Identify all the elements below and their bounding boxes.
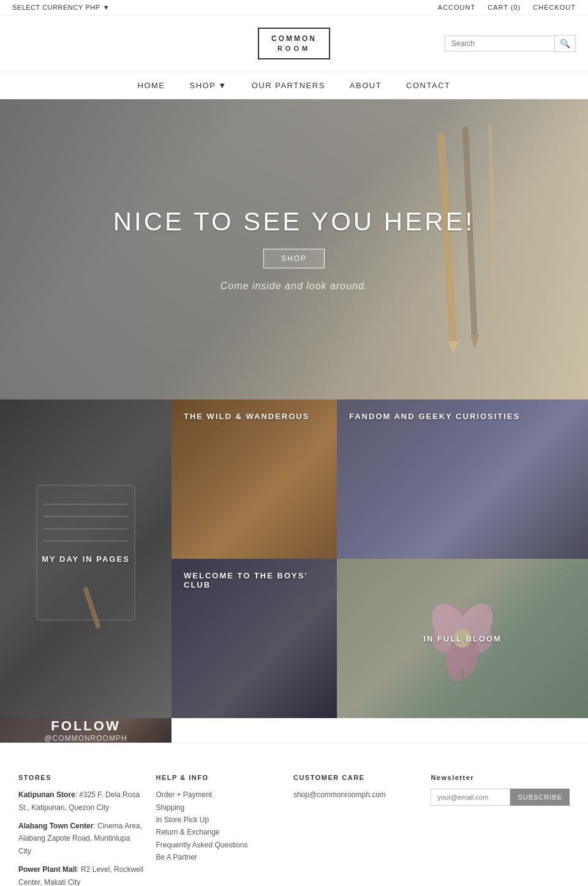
nav-partners[interactable]: OUR PARTNERS — [252, 81, 325, 90]
footer-newsletter: Newsletter SUBSCRIBE — [431, 774, 570, 886]
grid-item-fandom[interactable]: FANDOM AND GEEKY CURIOSITIES — [337, 399, 588, 559]
footer-columns: STORES Katipunan Store: #325 F. Dela Ros… — [0, 743, 588, 886]
grid-label-bloom: IN FULL BLOOM — [423, 634, 502, 643]
hero-content: NICE TO SEE YOU HERE! SHOP Come inside a… — [113, 207, 475, 292]
logo-line2: ROOM — [271, 44, 317, 53]
svg-rect-10 — [43, 540, 129, 542]
currency-label: SELECT CURRENCY — [12, 4, 83, 11]
grid-item-boys[interactable]: WELCOME TO THE BOYS' CLUB — [172, 559, 337, 718]
svg-line-4 — [490, 124, 495, 308]
grid-label-pages: MY DAY IN PAGES — [42, 555, 130, 564]
store3: Power Plant Mall: R2 Level, Rockwell Cen… — [18, 863, 143, 886]
newsletter-input[interactable] — [431, 789, 510, 806]
header: COMMON ROOM 🔍 — [0, 15, 588, 72]
top-bar-right: ACCOUNT CART (0) CHECKOUT — [438, 4, 576, 11]
hero-section: NICE TO SEE YOU HERE! SHOP Come inside a… — [0, 99, 588, 399]
category-grid: THE WILD & WANDEROUS MY DAY IN PAGES FAN… — [0, 399, 588, 743]
care-heading: CUSTOMER CARE — [293, 774, 418, 781]
grid-label-fandom: FANDOM AND GEEKY CURIOSITIES — [349, 412, 520, 421]
cart-link[interactable]: CART (0) — [488, 4, 521, 11]
nav-about[interactable]: ABOUT — [350, 81, 382, 90]
help-link-pickup[interactable]: In Store Pick Up — [156, 814, 281, 826]
newsletter-button[interactable]: SUBSCRIBE — [510, 789, 570, 806]
logo[interactable]: COMMON ROOM — [258, 28, 330, 59]
nav-contact[interactable]: CONTACT — [406, 81, 450, 90]
newsletter-heading: Newsletter — [431, 774, 570, 781]
store2: Alabang Town Center: Cinema Area, Alaban… — [18, 820, 143, 857]
grid-item-wild[interactable]: THE WILD & WANDEROUS — [172, 399, 337, 559]
hero-subtitle: Come inside and look around. — [113, 281, 475, 292]
grid-item-bloom[interactable]: IN FULL BLOOM — [337, 559, 588, 718]
nav-shop[interactable]: SHOP ▼ — [190, 81, 227, 90]
currency-selector[interactable]: SELECT CURRENCY PHP ▼ — [12, 4, 110, 11]
chevron-down-icon: ▼ — [103, 4, 110, 11]
main-nav: HOME SHOP ▼ OUR PARTNERS ABOUT CONTACT — [0, 72, 588, 99]
grid-label-wild: THE WILD & WANDEROUS — [184, 412, 309, 421]
care-email[interactable]: shop@commonroomph.com — [293, 789, 418, 801]
hero-shop-button[interactable]: SHOP — [263, 249, 325, 268]
footer-care: CUSTOMER CARE shop@commonroomph.com — [293, 774, 418, 886]
hero-title: NICE TO SEE YOU HERE! — [113, 207, 475, 237]
newsletter-form: SUBSCRIBE — [431, 789, 570, 806]
svg-marker-1 — [448, 341, 458, 354]
help-link-order[interactable]: Order + Payment — [156, 789, 281, 801]
chevron-down-icon: ▼ — [218, 81, 227, 90]
svg-marker-5 — [492, 305, 497, 317]
currency-value: PHP — [86, 4, 100, 11]
grid-item-follow[interactable]: FOLLOW @COMMONROOMPH — [0, 718, 172, 743]
logo-box: COMMON ROOM — [258, 28, 330, 59]
svg-rect-9 — [43, 528, 129, 529]
stores-heading: STORES — [18, 774, 143, 781]
footer: STORES Katipunan Store: #325 F. Dela Ros… — [0, 743, 588, 886]
follow-handle: @COMMONROOMPH — [44, 734, 127, 743]
top-bar: SELECT CURRENCY PHP ▼ ACCOUNT CART (0) C… — [0, 0, 588, 15]
follow-title: FOLLOW — [44, 718, 127, 734]
footer-help: HELP & INFO Order + Payment Shipping In … — [156, 774, 281, 886]
help-link-partner[interactable]: Be A Partner — [156, 851, 281, 863]
search-input[interactable] — [445, 36, 555, 51]
help-heading: HELP & INFO — [156, 774, 281, 781]
help-link-faq[interactable]: Frequently Asked Questions — [156, 839, 281, 851]
nav-home[interactable]: HOME — [138, 81, 165, 90]
grid-item-pages[interactable]: MY DAY IN PAGES — [0, 399, 172, 718]
account-link[interactable]: ACCOUNT — [438, 4, 475, 11]
follow-content: FOLLOW @COMMONROOMPH — [44, 718, 127, 743]
svg-rect-6 — [37, 485, 135, 620]
checkout-link[interactable]: CHECKOUT — [533, 4, 576, 11]
help-link-return[interactable]: Return & Exchange — [156, 826, 281, 838]
grid-label-boys: WELCOME TO THE BOYS' CLUB — [184, 571, 325, 589]
logo-line1: COMMON — [271, 34, 317, 44]
help-link-shipping[interactable]: Shipping — [156, 801, 281, 814]
search-area: 🔍 — [445, 35, 576, 52]
svg-marker-3 — [470, 335, 479, 349]
store1: Katipunan Store: #325 F. Dela Rosa St., … — [18, 789, 143, 814]
svg-rect-7 — [43, 504, 129, 505]
footer-stores: STORES Katipunan Store: #325 F. Dela Ros… — [18, 774, 143, 886]
search-button[interactable]: 🔍 — [555, 35, 576, 52]
svg-rect-8 — [43, 516, 129, 517]
